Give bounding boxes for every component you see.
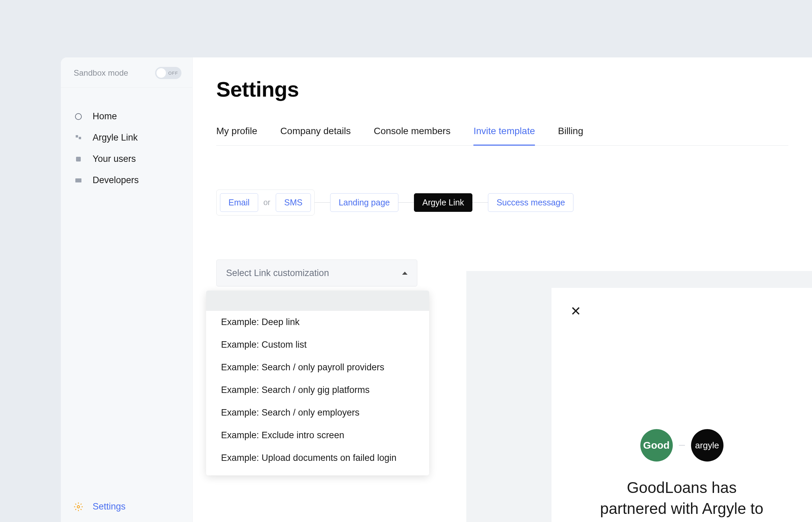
tab-console-members[interactable]: Console members <box>374 126 450 146</box>
sandbox-mode-row: Sandbox mode OFF <box>61 57 192 87</box>
toggle-off-text: OFF <box>168 71 178 76</box>
sidebar-item-label: Argyle Link <box>93 133 138 143</box>
sidebar-item-label: Home <box>93 111 117 122</box>
brand-row: Good argyle <box>570 429 793 462</box>
svg-rect-1 <box>76 135 78 138</box>
close-icon[interactable]: ✕ <box>570 305 793 318</box>
tab-invite-template[interactable]: Invite template <box>473 126 535 146</box>
sidebar-item-developers[interactable]: Developers <box>61 169 192 191</box>
step-connector <box>314 202 330 203</box>
sandbox-mode-label: Sandbox mode <box>74 68 128 78</box>
tab-billing[interactable]: Billing <box>558 126 583 146</box>
settings-tabs: My profile Company details Console membe… <box>216 126 788 146</box>
toggle-knob <box>157 68 166 78</box>
step-success-message[interactable]: Success message <box>488 193 573 212</box>
sidebar-item-label: Your users <box>93 154 136 164</box>
preview-headline: GoodLoans has partnered with Argyle to <box>570 477 793 519</box>
brand-good-logo: Good <box>640 429 673 462</box>
svg-rect-4 <box>75 178 81 182</box>
step-or-label: or <box>262 198 272 207</box>
page-title: Settings <box>216 77 788 101</box>
link-icon <box>74 133 83 143</box>
sidebar-item-users[interactable]: Your users <box>61 148 192 169</box>
sidebar-settings[interactable]: Settings <box>61 491 192 522</box>
brand-argyle-logo: argyle <box>691 429 724 462</box>
main-content: Settings My profile Company details Cons… <box>192 57 812 522</box>
dropdown-item-deep-link[interactable]: Example: Deep link <box>206 311 429 334</box>
dropdown-item-search-gig[interactable]: Example: Search / only gig platforms <box>206 379 429 401</box>
sandbox-toggle[interactable]: OFF <box>155 67 181 79</box>
preview-line-1: GoodLoans has <box>627 479 737 496</box>
step-connector <box>472 202 488 203</box>
preview-card: ✕ Good argyle GoodLoans has partnered wi… <box>551 288 812 522</box>
home-icon <box>74 112 83 121</box>
brand-separator <box>679 445 685 446</box>
sidebar: Sandbox mode OFF Home Argyle Link <box>61 57 192 522</box>
step-connector <box>399 202 414 203</box>
svg-rect-3 <box>76 157 81 161</box>
step-row: Email or SMS Landing page Argyle Link Su… <box>216 189 788 216</box>
step-sms[interactable]: SMS <box>276 193 311 212</box>
customization-column: Select Link customization Example: Deep … <box>216 260 419 286</box>
step-group-channel: Email or SMS <box>216 189 314 216</box>
dropdown-header-blank[interactable] <box>206 290 429 311</box>
dropdown-item-custom-list[interactable]: Example: Custom list <box>206 334 429 356</box>
link-customization-select[interactable]: Select Link customization <box>216 260 417 286</box>
sidebar-item-label: Developers <box>93 175 139 185</box>
preview-panel: ✕ Good argyle GoodLoans has partnered wi… <box>466 271 812 522</box>
dropdown-item-search-employers[interactable]: Example: Search / only employers <box>206 401 429 424</box>
dropdown-item-search-payroll[interactable]: Example: Search / only payroll providers <box>206 356 429 379</box>
svg-point-0 <box>75 114 81 120</box>
dropdown-item-upload-docs[interactable]: Example: Upload documents on failed logi… <box>206 447 429 469</box>
svg-point-5 <box>77 505 80 508</box>
step-email[interactable]: Email <box>220 193 258 212</box>
sidebar-nav: Home Argyle Link Your users Developers <box>61 87 192 191</box>
svg-rect-2 <box>79 137 81 139</box>
gear-icon <box>74 502 83 511</box>
tab-my-profile[interactable]: My profile <box>216 126 257 146</box>
app-container: Sandbox mode OFF Home Argyle Link <box>61 57 812 522</box>
select-placeholder: Select Link customization <box>226 268 329 278</box>
developers-icon <box>74 176 83 185</box>
dropdown-item-exclude-intro[interactable]: Example: Exclude intro screen <box>206 424 429 447</box>
users-icon <box>74 155 83 164</box>
link-customization-dropdown: Example: Deep link Example: Custom list … <box>206 290 429 475</box>
preview-line-2: partnered with Argyle to <box>600 500 763 517</box>
step-argyle-link[interactable]: Argyle Link <box>414 193 473 212</box>
sidebar-item-home[interactable]: Home <box>61 106 192 127</box>
caret-up-icon <box>402 272 407 275</box>
sidebar-item-argyle-link[interactable]: Argyle Link <box>61 127 192 148</box>
tab-company-details[interactable]: Company details <box>280 126 351 146</box>
step-landing-page[interactable]: Landing page <box>330 193 399 212</box>
settings-label: Settings <box>93 501 126 512</box>
